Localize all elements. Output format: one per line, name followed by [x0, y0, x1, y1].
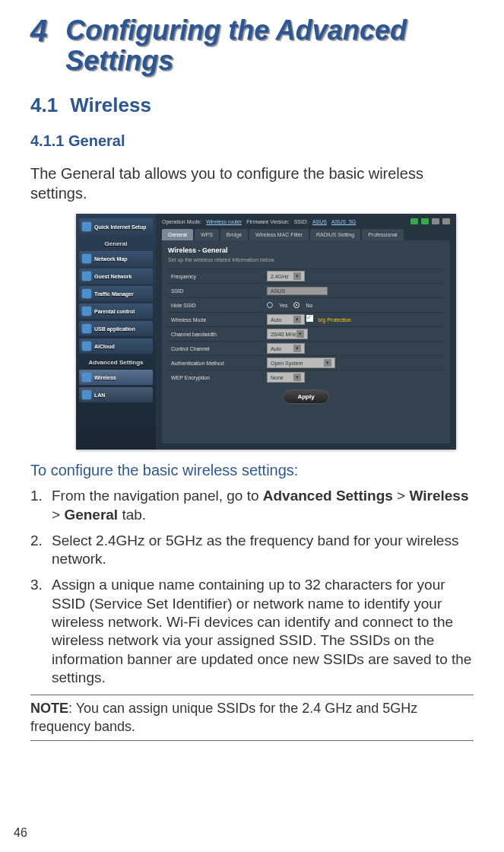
map-icon — [82, 254, 91, 263]
ssid-1-link[interactable]: ASUS — [312, 219, 327, 224]
panel-title: Wireless - General — [168, 246, 444, 254]
section-title: Wireless — [70, 94, 151, 116]
apply-button[interactable]: Apply — [283, 389, 328, 404]
sidebar-item-label: Parental control — [94, 309, 135, 314]
subsection-title: General — [68, 132, 125, 149]
form-row-ssid: SSID ASUS — [168, 283, 444, 297]
form-row-hide-ssid: Hide SSID Yes No — [168, 297, 444, 312]
sidebar-item-label: Guest Network — [94, 274, 132, 279]
sidebar-item-guest-network[interactable]: Guest Network — [79, 269, 153, 284]
wireless-mode-label: Wireless Mode — [168, 317, 267, 323]
op-mode-link[interactable]: Wireless router — [206, 219, 242, 224]
frequency-select[interactable]: 2.4GHz▾ — [267, 271, 305, 281]
router-tabs: General WPS Bridge Wireless MAC Filter R… — [156, 229, 456, 240]
router-sidebar: Quick Internet Setup General Network Map… — [76, 214, 156, 450]
form-row-wep: WEP Encryption None▾ — [168, 370, 444, 384]
subsection-heading: 4.1.1 General — [30, 132, 474, 150]
chapter-number: 4 — [30, 15, 47, 46]
instructions-list: From the navigation panel, go to Advance… — [30, 487, 474, 687]
sidebar-item-quick-setup[interactable]: Quick Internet Setup — [79, 218, 153, 235]
sidebar-item-lan[interactable]: LAN — [79, 387, 153, 402]
intro-paragraph: The General tab allows you to configure … — [30, 164, 474, 203]
usb-status-icon — [442, 218, 450, 224]
control-channel-label: Control Channel — [168, 346, 267, 351]
rocket-icon — [82, 222, 91, 231]
tab-mac-filter[interactable]: Wireless MAC Filter — [249, 229, 309, 240]
sidebar-item-parental-control[interactable]: Parental control — [79, 304, 153, 319]
sidebar-header-advanced: Advanced Settings — [79, 356, 153, 367]
sidebar-item-label: Network Map — [94, 256, 128, 262]
sidebar-item-label: Wireless — [94, 375, 116, 380]
page-number: 46 — [14, 826, 27, 840]
wireless-general-panel: Wireless - General Set up the wireless r… — [162, 240, 450, 443]
note-label: NOTE — [30, 701, 68, 716]
chevron-down-icon: ▾ — [324, 359, 331, 367]
chevron-down-icon: ▾ — [293, 374, 301, 381]
status-icon — [410, 218, 418, 224]
cloud-icon — [82, 342, 91, 351]
router-screenshot: Quick Internet Setup General Network Map… — [76, 214, 456, 450]
note-text: You can assign unique SSIDs for the 2.4 … — [30, 701, 417, 733]
tab-radius[interactable]: RADIUS Setting — [310, 229, 360, 240]
section-number: 4.1 — [30, 94, 58, 116]
wep-select[interactable]: None▾ — [267, 372, 305, 383]
router-main-panel: Operation Mode: Wireless router Firmware… — [156, 214, 456, 450]
status-icon — [421, 218, 429, 224]
control-channel-select[interactable]: Auto▾ — [267, 343, 305, 354]
form-row-frequency: Frequency 2.4GHz▾ — [168, 269, 444, 283]
sidebar-item-network-map[interactable]: Network Map — [79, 251, 153, 266]
tab-wps[interactable]: WPS — [195, 229, 219, 240]
ssid-2-link[interactable]: ASUS_5G — [331, 219, 356, 224]
tab-general[interactable]: General — [162, 229, 193, 240]
sidebar-item-aicloud[interactable]: AiCloud — [79, 339, 153, 354]
tab-professional[interactable]: Professional — [362, 229, 404, 240]
status-icons — [410, 218, 450, 224]
usb-icon — [82, 324, 91, 333]
section-heading: 4.1Wireless — [30, 94, 474, 117]
op-mode-label: Operation Mode: — [162, 219, 201, 224]
ssid-label: SSID: — [294, 219, 308, 224]
step-2: Select 2.4GHz or 5GHz as the frequency b… — [30, 532, 474, 569]
subsection-number: 4.1.1 — [30, 132, 64, 149]
router-topbar: Operation Mode: Wireless router Firmware… — [156, 214, 456, 229]
sidebar-item-label: AiCloud — [94, 344, 115, 349]
form-row-wireless-mode: Wireless Mode Auto▾ b/g Protection — [168, 312, 444, 326]
usb-status-icon — [432, 218, 439, 224]
step-3: Assign a unique name containing up to 32… — [30, 576, 474, 687]
tab-bridge[interactable]: Bridge — [220, 229, 248, 240]
form-row-control-channel: Control Channel Auto▾ — [168, 341, 444, 355]
chevron-down-icon: ▾ — [293, 316, 301, 323]
lock-icon — [82, 307, 91, 316]
sidebar-item-wireless[interactable]: Wireless — [79, 370, 153, 385]
form-row-auth-method: Authentication Method Open System▾ — [168, 355, 444, 370]
channel-bw-select[interactable]: 20/40 MHz▾ — [267, 329, 308, 339]
hide-ssid-no-radio[interactable] — [293, 302, 300, 308]
bg-protection-checkbox[interactable] — [306, 315, 313, 322]
wep-label: WEP Encryption — [168, 375, 267, 380]
chapter-heading: 4 Configuring the Advanced Settings — [30, 15, 474, 75]
auth-method-select[interactable]: Open System▾ — [267, 358, 335, 368]
chevron-down-icon: ▾ — [293, 272, 301, 280]
hide-ssid-label: Hide SSID — [168, 303, 267, 308]
lan-icon — [82, 390, 91, 399]
bg-protection-label: b/g Protection — [318, 317, 350, 323]
sidebar-item-traffic-manager[interactable]: Traffic Manager — [79, 286, 153, 301]
instructions-heading: To configure the basic wireless settings… — [30, 462, 474, 479]
traffic-icon — [82, 289, 91, 298]
frequency-label: Frequency — [168, 274, 267, 279]
sidebar-item-label: USB application — [94, 326, 135, 332]
auth-method-label: Authentication Method — [168, 361, 267, 366]
sidebar-item-label: Traffic Manager — [94, 291, 134, 297]
channel-bw-label: Channel bandwidth — [168, 332, 267, 337]
chevron-down-icon: ▾ — [296, 330, 304, 338]
sidebar-item-label: Quick Internet Setup — [94, 224, 146, 230]
firmware-label: Firmware Version: — [246, 219, 289, 224]
form-row-channel-bandwidth: Channel bandwidth 20/40 MHz▾ — [168, 326, 444, 341]
ssid-input[interactable]: ASUS — [267, 287, 328, 295]
sidebar-item-usb-application[interactable]: USB application — [79, 321, 153, 336]
wireless-mode-select[interactable]: Auto▾ — [267, 314, 305, 325]
guest-icon — [82, 272, 91, 281]
hide-ssid-yes-radio[interactable] — [267, 302, 273, 308]
step-1: From the navigation panel, go to Advance… — [30, 487, 474, 524]
sidebar-header-general: General — [79, 237, 153, 249]
